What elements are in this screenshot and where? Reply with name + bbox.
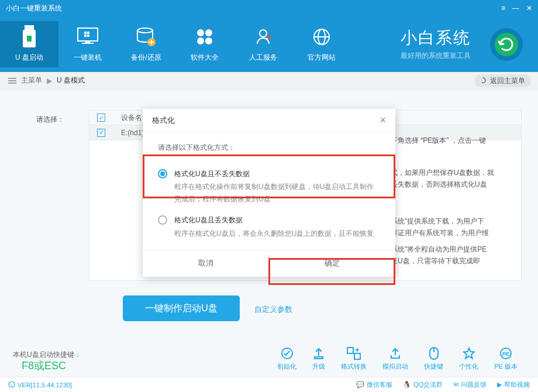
database-icon [117, 21, 175, 53]
svg-rect-9 [87, 35, 89, 37]
svg-point-14 [197, 37, 204, 44]
svg-text:i: i [11, 382, 12, 387]
nav-service[interactable]: 人工服务 [234, 21, 292, 67]
dialog-footer: 取消 确定 [143, 250, 395, 277]
bottom-toolbar: 初始化 升级 格式转换 模拟启动 快捷键 个性化 PEPE 版本 [277, 346, 518, 371]
svg-point-22 [495, 33, 518, 56]
nav-software[interactable]: 软件大全 [175, 21, 234, 67]
select-label: 请选择： [36, 115, 64, 125]
nav-backup[interactable]: 备份/还原 [117, 21, 175, 67]
footer-qq[interactable]: 🐧QQ交流群 [403, 380, 443, 389]
app-title: 小白一键重装系统 [6, 4, 62, 13]
hotkey-value: F8或ESC [22, 359, 66, 373]
option-keep-data[interactable]: 格式化U盘且不丢失数据 程序在格式化操作前将复制U盘数据到硬盘，待U盘启动工具制… [158, 162, 380, 208]
option-title: 格式化U盘且丢失数据 [174, 214, 374, 226]
brand-subtitle: 最好用的系统重装工具 [401, 51, 471, 61]
nav-label: 备份/还原 [117, 53, 175, 63]
dialog-title: 格式化 [152, 115, 175, 126]
tool-upgrade[interactable]: 升级 [312, 346, 325, 371]
checkbox-icon: ✓ [97, 114, 105, 122]
svg-rect-28 [347, 348, 353, 353]
convert-icon [341, 346, 367, 361]
svg-rect-7 [87, 32, 89, 34]
chevron-right-icon: ▶ [47, 77, 52, 85]
close-icon[interactable]: ✕ [526, 4, 532, 12]
nav-usb-boot[interactable]: U 盘启动 [0, 21, 58, 67]
create-usb-button[interactable]: 一键制作启动U盘 [123, 295, 240, 321]
back-label: 返回主菜单 [490, 76, 525, 86]
svg-rect-6 [84, 32, 87, 34]
svg-rect-2 [27, 36, 32, 42]
dialog-intro: 请选择以下格式化方式： [158, 143, 380, 153]
tool-hotkey[interactable]: 快捷键 [424, 346, 443, 371]
footer-help[interactable]: ▶帮助视频 [497, 380, 530, 389]
svg-rect-29 [354, 353, 360, 359]
info-text-5: 完成。 [377, 264, 511, 276]
custom-params-link[interactable]: 自定义参数 [254, 304, 292, 315]
star-icon [459, 346, 478, 361]
nav-label: 人工服务 [234, 53, 292, 63]
brand: 小白系统 最好用的系统重装工具 [401, 27, 471, 61]
info-text-2: 化方式，如果用户想保存U盘数据，就 且不丢失数据，否则选择格式化U盘 [377, 167, 511, 191]
crumb-home[interactable]: 主菜单 [21, 75, 42, 85]
nav-items: U 盘启动 一键装机 备份/还原 软件大全 人工服务 [0, 21, 351, 67]
option-desc: 程序在格式化操作前将复制U盘数据到硬盘，待U盘启动工具制作完成后，程序将数据恢复… [174, 181, 380, 205]
upgrade-icon [312, 346, 325, 361]
crumb-current: U 盘模式 [57, 75, 85, 85]
info-circle-icon: i [8, 381, 15, 389]
tool-label: 初始化 [277, 363, 296, 370]
tool-label: 格式转换 [341, 363, 367, 370]
check-circle-icon [277, 346, 296, 361]
menu-icon[interactable]: ≡ [501, 4, 505, 12]
svg-rect-4 [85, 41, 90, 43]
cancel-button[interactable]: 取消 [143, 250, 269, 277]
svg-text:PE: PE [502, 351, 509, 357]
tool-init[interactable]: 初始化 [277, 346, 296, 371]
svg-point-15 [205, 37, 212, 44]
nav-install[interactable]: 一键装机 [58, 21, 117, 67]
refresh-badge-icon[interactable] [489, 27, 524, 64]
feedback-icon: ✉ [453, 381, 458, 388]
svg-rect-8 [84, 35, 87, 37]
nav-label: 软件大全 [175, 53, 234, 63]
back-to-main-button[interactable]: 返回主菜单 [475, 74, 531, 87]
video-icon: ▶ [497, 381, 502, 388]
footer-wechat[interactable]: 💬微信客服 [356, 380, 392, 389]
ok-button[interactable]: 确定 [269, 250, 396, 277]
upload-icon [382, 346, 408, 361]
dialog-header: 格式化 × [143, 109, 395, 132]
svg-point-10 [137, 28, 153, 33]
dialog-body: 请选择以下格式化方式： 格式化U盘且不丢失数据 程序在格式化操作前将复制U盘数据… [143, 132, 395, 250]
tool-format[interactable]: 格式转换 [341, 346, 367, 371]
minimize-icon[interactable]: — [512, 4, 519, 12]
brand-title: 小白系统 [401, 27, 471, 49]
radio-selected-icon [158, 169, 167, 178]
status-bar: i VER[11.5.44.1230] 💬微信客服 🐧QQ交流群 ✉问题反馈 ▶… [0, 377, 538, 392]
qq-icon: 🐧 [403, 381, 411, 388]
info-text-1: ，右下角选择 “PE版本” ，点击一键 [377, 135, 511, 146]
dialog-close-button[interactable]: × [380, 114, 386, 126]
apps-icon [175, 21, 234, 53]
header-checkbox-cell[interactable]: ✓ [89, 114, 113, 122]
row-checkbox-cell[interactable]: ✓ [89, 128, 113, 137]
radio-unselected-icon [158, 215, 167, 225]
title-bar: 小白一键重装系统 ≡ — ✕ [0, 0, 538, 16]
checkbox-icon: ✓ [97, 129, 105, 137]
top-nav: U 盘启动 一键装机 备份/还原 软件大全 人工服务 [0, 16, 538, 72]
format-dialog: 格式化 × 请选择以下格式化方式： 格式化U盘且不丢失数据 程序在格式化操作前将… [143, 109, 395, 277]
footer-feedback[interactable]: ✉问题反馈 [453, 380, 487, 389]
option-text: 格式化U盘且不丢失数据 程序在格式化操作前将复制U盘数据到硬盘，待U盘启动工具制… [174, 168, 380, 205]
tool-pe-version[interactable]: PEPE 版本 [494, 346, 518, 371]
tool-label: 模拟启动 [382, 363, 408, 370]
nav-label: 一键装机 [58, 53, 117, 63]
tool-simulate[interactable]: 模拟启动 [382, 346, 408, 371]
nav-label: 官方网站 [292, 53, 351, 63]
option-lose-data[interactable]: 格式化U盘且丢失数据 程序在格式化U盘后，将会永久删除您U盘上的数据，且不能恢复 [158, 208, 380, 243]
option-title: 格式化U盘且不丢失数据 [174, 168, 380, 180]
breadcrumb: 主菜单 ▶ U 盘模式 返回主菜单 [0, 72, 538, 90]
version-text: VER[11.5.44.1230] [18, 381, 72, 388]
support-icon [234, 21, 292, 53]
tool-customize[interactable]: 个性化 [459, 346, 478, 371]
nav-website[interactable]: 官方网站 [292, 21, 351, 67]
svg-point-17 [267, 35, 271, 39]
